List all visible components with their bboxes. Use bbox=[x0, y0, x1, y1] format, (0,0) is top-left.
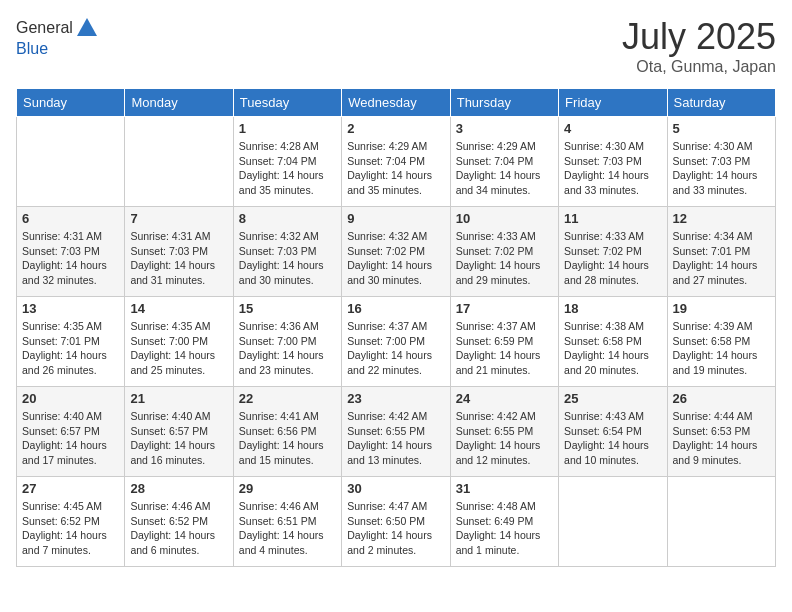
calendar-cell bbox=[559, 477, 667, 567]
day-daylight: Daylight: 14 hours and 20 minutes. bbox=[564, 348, 661, 377]
day-sunrise: Sunrise: 4:33 AM bbox=[564, 229, 661, 244]
day-number: 5 bbox=[673, 121, 770, 136]
calendar-week-4: 20 Sunrise: 4:40 AM Sunset: 6:57 PM Dayl… bbox=[17, 387, 776, 477]
day-daylight: Daylight: 14 hours and 9 minutes. bbox=[673, 438, 770, 467]
calendar-cell: 22 Sunrise: 4:41 AM Sunset: 6:56 PM Dayl… bbox=[233, 387, 341, 477]
day-sunrise: Sunrise: 4:40 AM bbox=[130, 409, 227, 424]
day-sunset: Sunset: 7:03 PM bbox=[673, 154, 770, 169]
day-sunset: Sunset: 6:59 PM bbox=[456, 334, 553, 349]
logo: General Blue bbox=[16, 16, 99, 58]
day-daylight: Daylight: 14 hours and 4 minutes. bbox=[239, 528, 336, 557]
day-sunrise: Sunrise: 4:29 AM bbox=[456, 139, 553, 154]
day-daylight: Daylight: 14 hours and 7 minutes. bbox=[22, 528, 119, 557]
day-sunset: Sunset: 7:02 PM bbox=[456, 244, 553, 259]
day-number: 2 bbox=[347, 121, 444, 136]
location: Ota, Gunma, Japan bbox=[622, 58, 776, 76]
day-daylight: Daylight: 14 hours and 17 minutes. bbox=[22, 438, 119, 467]
day-sunrise: Sunrise: 4:48 AM bbox=[456, 499, 553, 514]
day-number: 20 bbox=[22, 391, 119, 406]
day-daylight: Daylight: 14 hours and 10 minutes. bbox=[564, 438, 661, 467]
day-sunrise: Sunrise: 4:37 AM bbox=[347, 319, 444, 334]
day-number: 28 bbox=[130, 481, 227, 496]
day-daylight: Daylight: 14 hours and 32 minutes. bbox=[22, 258, 119, 287]
day-number: 13 bbox=[22, 301, 119, 316]
calendar-week-3: 13 Sunrise: 4:35 AM Sunset: 7:01 PM Dayl… bbox=[17, 297, 776, 387]
day-daylight: Daylight: 14 hours and 30 minutes. bbox=[347, 258, 444, 287]
calendar-cell bbox=[17, 117, 125, 207]
day-number: 22 bbox=[239, 391, 336, 406]
day-sunrise: Sunrise: 4:30 AM bbox=[673, 139, 770, 154]
col-friday: Friday bbox=[559, 89, 667, 117]
day-sunset: Sunset: 6:57 PM bbox=[130, 424, 227, 439]
calendar-cell: 10 Sunrise: 4:33 AM Sunset: 7:02 PM Dayl… bbox=[450, 207, 558, 297]
day-sunrise: Sunrise: 4:31 AM bbox=[130, 229, 227, 244]
calendar-cell: 11 Sunrise: 4:33 AM Sunset: 7:02 PM Dayl… bbox=[559, 207, 667, 297]
calendar-cell bbox=[125, 117, 233, 207]
calendar-cell: 24 Sunrise: 4:42 AM Sunset: 6:55 PM Dayl… bbox=[450, 387, 558, 477]
calendar-cell: 28 Sunrise: 4:46 AM Sunset: 6:52 PM Dayl… bbox=[125, 477, 233, 567]
day-number: 30 bbox=[347, 481, 444, 496]
calendar-cell: 7 Sunrise: 4:31 AM Sunset: 7:03 PM Dayli… bbox=[125, 207, 233, 297]
day-sunrise: Sunrise: 4:31 AM bbox=[22, 229, 119, 244]
logo-icon bbox=[75, 16, 99, 40]
day-sunset: Sunset: 7:03 PM bbox=[239, 244, 336, 259]
title-block: July 2025 Ota, Gunma, Japan bbox=[622, 16, 776, 76]
day-daylight: Daylight: 14 hours and 33 minutes. bbox=[564, 168, 661, 197]
day-sunrise: Sunrise: 4:28 AM bbox=[239, 139, 336, 154]
day-number: 17 bbox=[456, 301, 553, 316]
day-sunset: Sunset: 6:49 PM bbox=[456, 514, 553, 529]
day-sunrise: Sunrise: 4:35 AM bbox=[130, 319, 227, 334]
day-daylight: Daylight: 14 hours and 25 minutes. bbox=[130, 348, 227, 377]
day-sunset: Sunset: 7:01 PM bbox=[22, 334, 119, 349]
day-sunset: Sunset: 7:00 PM bbox=[130, 334, 227, 349]
day-sunrise: Sunrise: 4:29 AM bbox=[347, 139, 444, 154]
day-sunrise: Sunrise: 4:47 AM bbox=[347, 499, 444, 514]
calendar-week-1: 1 Sunrise: 4:28 AM Sunset: 7:04 PM Dayli… bbox=[17, 117, 776, 207]
col-saturday: Saturday bbox=[667, 89, 775, 117]
day-sunset: Sunset: 7:00 PM bbox=[239, 334, 336, 349]
calendar-cell bbox=[667, 477, 775, 567]
day-sunrise: Sunrise: 4:44 AM bbox=[673, 409, 770, 424]
day-daylight: Daylight: 14 hours and 30 minutes. bbox=[239, 258, 336, 287]
calendar-header-row: Sunday Monday Tuesday Wednesday Thursday… bbox=[17, 89, 776, 117]
day-daylight: Daylight: 14 hours and 6 minutes. bbox=[130, 528, 227, 557]
calendar-cell: 16 Sunrise: 4:37 AM Sunset: 7:00 PM Dayl… bbox=[342, 297, 450, 387]
day-sunset: Sunset: 7:03 PM bbox=[564, 154, 661, 169]
day-sunset: Sunset: 6:53 PM bbox=[673, 424, 770, 439]
day-daylight: Daylight: 14 hours and 12 minutes. bbox=[456, 438, 553, 467]
day-sunrise: Sunrise: 4:46 AM bbox=[239, 499, 336, 514]
logo-blue-text: Blue bbox=[16, 40, 99, 58]
day-daylight: Daylight: 14 hours and 28 minutes. bbox=[564, 258, 661, 287]
day-sunrise: Sunrise: 4:32 AM bbox=[347, 229, 444, 244]
day-daylight: Daylight: 14 hours and 21 minutes. bbox=[456, 348, 553, 377]
day-sunset: Sunset: 6:52 PM bbox=[130, 514, 227, 529]
day-daylight: Daylight: 14 hours and 2 minutes. bbox=[347, 528, 444, 557]
day-number: 18 bbox=[564, 301, 661, 316]
calendar-cell: 6 Sunrise: 4:31 AM Sunset: 7:03 PM Dayli… bbox=[17, 207, 125, 297]
day-daylight: Daylight: 14 hours and 1 minute. bbox=[456, 528, 553, 557]
col-monday: Monday bbox=[125, 89, 233, 117]
calendar-cell: 13 Sunrise: 4:35 AM Sunset: 7:01 PM Dayl… bbox=[17, 297, 125, 387]
day-number: 1 bbox=[239, 121, 336, 136]
day-number: 10 bbox=[456, 211, 553, 226]
calendar-cell: 21 Sunrise: 4:40 AM Sunset: 6:57 PM Dayl… bbox=[125, 387, 233, 477]
day-daylight: Daylight: 14 hours and 19 minutes. bbox=[673, 348, 770, 377]
day-number: 12 bbox=[673, 211, 770, 226]
day-sunset: Sunset: 6:51 PM bbox=[239, 514, 336, 529]
logo-general-text: General bbox=[16, 19, 73, 37]
day-sunset: Sunset: 7:04 PM bbox=[456, 154, 553, 169]
page-header: General Blue July 2025 Ota, Gunma, Japan bbox=[16, 16, 776, 76]
calendar-cell: 5 Sunrise: 4:30 AM Sunset: 7:03 PM Dayli… bbox=[667, 117, 775, 207]
col-thursday: Thursday bbox=[450, 89, 558, 117]
calendar-cell: 18 Sunrise: 4:38 AM Sunset: 6:58 PM Dayl… bbox=[559, 297, 667, 387]
day-sunrise: Sunrise: 4:35 AM bbox=[22, 319, 119, 334]
day-sunset: Sunset: 6:52 PM bbox=[22, 514, 119, 529]
col-wednesday: Wednesday bbox=[342, 89, 450, 117]
day-sunset: Sunset: 6:50 PM bbox=[347, 514, 444, 529]
calendar-cell: 9 Sunrise: 4:32 AM Sunset: 7:02 PM Dayli… bbox=[342, 207, 450, 297]
day-sunrise: Sunrise: 4:42 AM bbox=[347, 409, 444, 424]
day-daylight: Daylight: 14 hours and 29 minutes. bbox=[456, 258, 553, 287]
col-tuesday: Tuesday bbox=[233, 89, 341, 117]
day-number: 4 bbox=[564, 121, 661, 136]
day-sunset: Sunset: 6:55 PM bbox=[456, 424, 553, 439]
